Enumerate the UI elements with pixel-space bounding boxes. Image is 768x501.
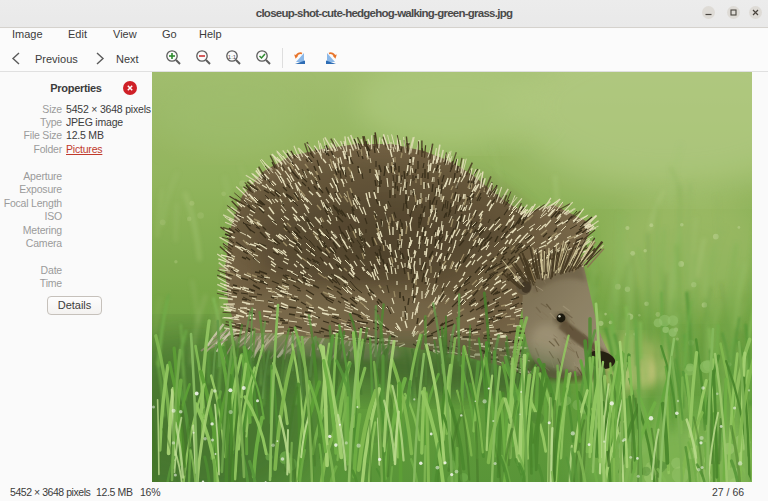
svg-text:1:1: 1:1 (228, 54, 237, 60)
